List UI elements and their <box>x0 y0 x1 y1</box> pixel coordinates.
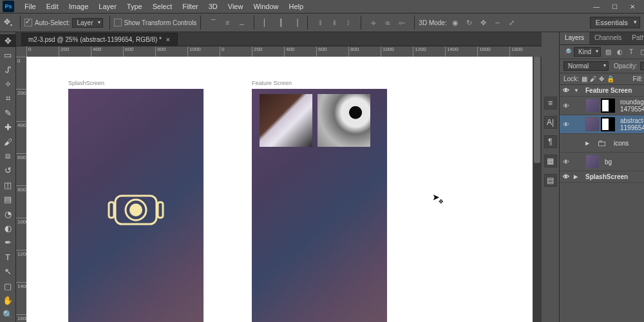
layer-name[interactable]: roundaglow-1479554 <box>618 99 644 113</box>
distribute-left-icon[interactable]: ⟛ <box>368 17 379 28</box>
lasso-tool[interactable]: ᔑ <box>0 63 15 76</box>
roll-icon[interactable]: ↻ <box>464 17 475 28</box>
blur-tool[interactable]: ◔ <box>0 207 15 220</box>
distribute-hcenter-icon[interactable]: ⟚ <box>382 17 393 28</box>
canvas-scrollbar[interactable] <box>533 57 542 322</box>
visibility-icon[interactable]: 👁 <box>561 121 571 128</box>
visibility-icon[interactable]: 👁 <box>561 87 571 94</box>
character-panel-icon[interactable]: A| <box>544 116 557 129</box>
distribute-bottom-icon[interactable]: ⫶ <box>343 17 354 28</box>
stamp-tool[interactable]: ⧇ <box>0 149 15 162</box>
artboard-splashscreen[interactable]: SplashScreen <box>68 89 204 322</box>
layer-name[interactable]: icons <box>611 140 644 147</box>
history-panel-icon[interactable]: ≡ <box>544 97 557 109</box>
eyedropper-tool[interactable]: ✎ <box>0 106 15 119</box>
canvas[interactable]: SplashScreen <box>26 57 542 322</box>
align-top-icon[interactable]: ⎺ <box>207 17 219 28</box>
align-bottom-icon[interactable]: ⎽ <box>236 17 247 28</box>
tab-layers[interactable]: Layers <box>560 32 589 44</box>
auto-select-checkbox[interactable] <box>24 19 32 26</box>
pen-tool[interactable]: ✒ <box>0 236 15 249</box>
wand-tool[interactable]: ✧ <box>0 77 15 90</box>
pan-icon[interactable]: ✥ <box>478 17 489 28</box>
menu-layer[interactable]: Layer <box>93 1 122 12</box>
opacity-value[interactable]: 100% <box>640 62 644 70</box>
layer-mask[interactable] <box>601 117 615 131</box>
gradient-tool[interactable]: ▤ <box>0 193 15 205</box>
scale-icon[interactable]: ⤢ <box>506 17 518 28</box>
maximize-icon[interactable]: ☐ <box>607 2 622 11</box>
blend-mode-dropdown[interactable]: Normal <box>564 61 609 71</box>
visibility-icon[interactable]: 👁 <box>561 173 571 180</box>
show-transform-checkbox[interactable] <box>114 19 122 26</box>
chevron-right-icon[interactable]: ▶ <box>585 140 592 146</box>
hand-tool[interactable]: ✋ <box>0 294 15 307</box>
tab-channels[interactable]: Channels <box>589 32 627 44</box>
healing-tool[interactable]: ✚ <box>0 120 15 133</box>
filter-shape-icon[interactable]: ▢ <box>638 48 644 57</box>
history-brush-tool[interactable]: ↺ <box>0 164 15 177</box>
tab-close-icon[interactable]: ✕ <box>166 37 171 43</box>
layer-item[interactable]: 👁 abstract-1199654 <box>560 115 644 134</box>
zoom-tool[interactable]: 🔍 <box>0 308 15 321</box>
minimize-icon[interactable]: — <box>589 2 604 11</box>
type-tool[interactable]: T <box>0 251 15 263</box>
layer-name[interactable]: bg <box>602 158 644 166</box>
crop-tool[interactable]: ⌗ <box>0 92 15 105</box>
layer-name[interactable]: Feature Screen <box>583 87 644 94</box>
filter-kind-dropdown[interactable]: Kind <box>574 47 601 57</box>
brush-tool[interactable]: 🖌 <box>0 135 15 148</box>
menu-view[interactable]: View <box>223 1 249 12</box>
move-tool[interactable]: ✥ <box>0 34 15 47</box>
dodge-tool[interactable]: ◐ <box>0 222 15 234</box>
auto-select-target-dropdown[interactable]: Layer <box>72 18 102 28</box>
eraser-tool[interactable]: ◫ <box>0 178 15 191</box>
layer-group[interactable]: 👁 ▼ Feature Screen <box>560 85 644 97</box>
layer-name[interactable]: SplashScreen <box>583 173 644 180</box>
workspace-dropdown[interactable]: Essentials <box>590 17 640 28</box>
lock-all-icon[interactable]: 🔒 <box>607 75 614 82</box>
layer-thumbnail[interactable] <box>585 117 600 131</box>
lock-pixels-icon[interactable]: 🖌 <box>590 75 596 82</box>
distribute-vcenter-icon[interactable]: ⫵ <box>328 17 340 28</box>
menu-filter[interactable]: Filter <box>177 1 203 12</box>
paragraph-panel-icon[interactable]: ¶ <box>544 135 557 148</box>
artboard-feature[interactable]: Feature Screen <box>252 89 387 322</box>
menu-help[interactable]: Help <box>284 1 309 12</box>
layer-mask[interactable] <box>601 99 615 113</box>
slide-icon[interactable]: ↔ <box>492 17 504 28</box>
menu-select[interactable]: Select <box>147 1 178 12</box>
menu-3d[interactable]: 3D <box>204 1 223 12</box>
filter-adjust-icon[interactable]: ◐ <box>615 48 624 57</box>
marquee-tool[interactable]: ▭ <box>0 48 15 61</box>
layer-item[interactable]: 👁 roundaglow-1479554 <box>560 97 644 115</box>
align-left-icon[interactable]: ▏ <box>261 17 272 28</box>
close-icon[interactable]: ✕ <box>625 2 640 11</box>
visibility-icon[interactable]: 👁 <box>561 158 571 166</box>
menu-window[interactable]: Window <box>248 1 283 12</box>
menu-edit[interactable]: Edit <box>41 1 64 12</box>
layer-thumbnail[interactable] <box>585 155 600 169</box>
tab-paths[interactable]: Paths <box>627 32 644 44</box>
layer-name[interactable]: abstract-1199654 <box>618 117 644 131</box>
layer-thumbnail[interactable] <box>585 99 600 113</box>
visibility-icon[interactable]: 👁 <box>561 102 571 109</box>
layer-item[interactable]: 👁 bg 🔒 <box>560 153 644 171</box>
align-vcenter-icon[interactable]: ≡ <box>222 17 233 28</box>
filter-pixel-icon[interactable]: ▧ <box>603 48 612 57</box>
distribute-right-icon[interactable]: ⟜ <box>396 17 408 28</box>
shape-tool[interactable]: ▢ <box>0 279 15 292</box>
lock-transparency-icon[interactable]: ▦ <box>582 75 587 82</box>
menu-type[interactable]: Type <box>122 1 147 12</box>
chevron-right-icon[interactable]: ▶ <box>574 174 580 180</box>
filter-type-icon[interactable]: T <box>627 48 636 57</box>
chevron-down-icon[interactable]: ▼ <box>574 88 580 93</box>
distribute-top-icon[interactable]: ⫴ <box>314 17 326 28</box>
layer-group[interactable]: 👁 ▶ SplashScreen <box>560 171 644 183</box>
align-right-icon[interactable]: ▕ <box>289 17 301 28</box>
path-tool[interactable]: ↖ <box>0 265 15 278</box>
document-tab[interactable]: m2-3.psd @ 25% (abstract-1199654, RGB/8)… <box>21 33 178 46</box>
menu-file[interactable]: File <box>19 1 41 12</box>
styles-panel-icon[interactable]: ▤ <box>544 174 557 187</box>
layer-group[interactable]: ▶ 🗀 icons 🔒 <box>560 134 644 153</box>
